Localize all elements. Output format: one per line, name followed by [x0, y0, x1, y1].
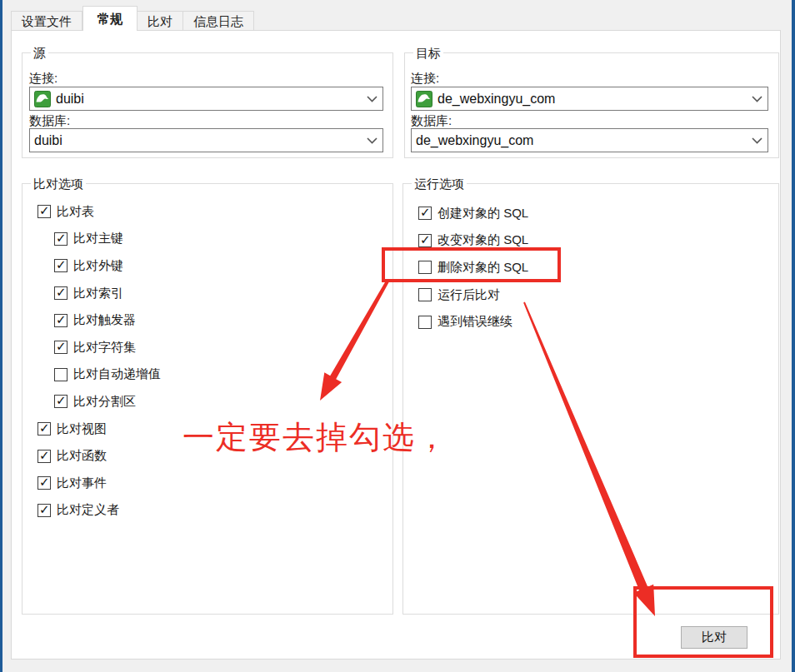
window-border-left	[0, 0, 2, 672]
checkbox-checked-icon[interactable]	[38, 205, 51, 218]
checkbox-compare-比对事件[interactable]: 比对事件	[38, 470, 161, 497]
checkbox-label: 删除对象的 SQL	[438, 260, 528, 276]
source-connection-value: duibi	[56, 92, 362, 107]
checkbox-compare-比对索引[interactable]: 比对索引	[54, 280, 161, 307]
compare-options-list: 比对表比对主键比对外键比对索引比对触发器比对字符集比对自动递增值比对分割区比对视…	[38, 198, 161, 524]
source-database-label: 数据库:	[29, 113, 70, 129]
checkbox-run-运行后比对[interactable]: 运行后比对	[418, 281, 528, 309]
checkbox-label: 创建对象的 SQL	[438, 206, 528, 222]
compare-button[interactable]: 比对	[681, 626, 748, 649]
source-database-select[interactable]: duibi	[29, 128, 383, 152]
sync-options-dialog: 设置文件常规比对信息日志 源 连接: duibi 数据库: duibi 目标 连…	[0, 0, 795, 672]
run-options-title: 运行选项	[412, 177, 467, 192]
checkbox-checked-icon[interactable]	[54, 286, 68, 300]
checkbox-run-创建对象的 SQL[interactable]: 创建对象的 SQL	[418, 200, 528, 227]
target-group-title: 目标	[413, 46, 443, 62]
checkbox-checked-icon[interactable]	[54, 232, 68, 246]
checkbox-label: 遇到错误继续	[438, 314, 512, 330]
checkbox-checked-icon[interactable]	[418, 207, 432, 220]
checkbox-checked-icon[interactable]	[54, 259, 68, 272]
compare-options-title: 比对选项	[31, 177, 86, 192]
checkbox-label: 比对索引	[73, 286, 123, 301]
source-connection-label: 连接:	[29, 71, 58, 87]
checkbox-label: 比对函数	[57, 448, 107, 464]
checkbox-checked-icon[interactable]	[54, 341, 68, 354]
checkbox-label: 比对自动递增值	[73, 366, 161, 382]
checkbox-unchecked-icon[interactable]	[54, 368, 68, 381]
mysql-icon	[416, 91, 432, 107]
checkbox-compare-比对定义者[interactable]: 比对定义者	[38, 497, 161, 525]
checkbox-compare-比对字符集[interactable]: 比对字符集	[54, 334, 161, 361]
tab-信息日志[interactable]: 信息日志	[183, 11, 254, 31]
checkbox-checked-icon[interactable]	[38, 422, 51, 436]
checkbox-compare-比对自动递增值[interactable]: 比对自动递增值	[54, 361, 161, 389]
window-border-right	[792, 0, 795, 672]
checkbox-label: 比对字符集	[73, 340, 136, 356]
chevron-down-icon	[752, 137, 762, 144]
tab-常规[interactable]: 常规	[82, 6, 138, 31]
checkbox-checked-icon[interactable]	[54, 395, 68, 408]
checkbox-compare-比对触发器[interactable]: 比对触发器	[54, 306, 161, 334]
source-connection-select[interactable]: duibi	[29, 87, 383, 111]
target-database-select[interactable]: de_webxingyu_com	[411, 128, 768, 152]
checkbox-label: 比对视图	[57, 421, 107, 437]
checkbox-label: 运行后比对	[438, 287, 500, 303]
checkbox-unchecked-icon[interactable]	[418, 261, 432, 274]
checkbox-checked-icon[interactable]	[38, 476, 51, 490]
chevron-down-icon	[367, 137, 378, 144]
checkbox-run-遇到错误继续[interactable]: 遇到错误继续	[418, 308, 528, 336]
checkbox-run-改变对象的 SQL[interactable]: 改变对象的 SQL	[418, 227, 528, 255]
tab-比对[interactable]: 比对	[138, 11, 183, 31]
checkbox-checked-icon[interactable]	[38, 504, 51, 517]
target-database-label: 数据库:	[411, 113, 452, 129]
checkbox-run-删除对象的 SQL[interactable]: 删除对象的 SQL	[418, 254, 528, 281]
checkbox-unchecked-icon[interactable]	[418, 288, 432, 301]
checkbox-checked-icon[interactable]	[418, 234, 432, 247]
checkbox-label: 比对事件	[57, 475, 107, 491]
chevron-down-icon	[367, 96, 378, 102]
checkbox-checked-icon[interactable]	[38, 450, 51, 463]
checkbox-label: 比对外键	[73, 258, 123, 274]
target-connection-value: de_webxingyu_com	[438, 92, 747, 107]
checkbox-label: 改变对象的 SQL	[438, 232, 528, 248]
checkbox-label: 比对主键	[73, 231, 123, 246]
checkbox-compare-比对外键[interactable]: 比对外键	[54, 252, 161, 280]
checkbox-label: 比对表	[57, 204, 94, 220]
checkbox-compare-比对函数[interactable]: 比对函数	[38, 442, 161, 470]
checkbox-checked-icon[interactable]	[54, 314, 68, 327]
target-database-value: de_webxingyu_com	[416, 133, 747, 148]
checkbox-unchecked-icon[interactable]	[418, 316, 432, 329]
checkbox-compare-比对视图[interactable]: 比对视图	[38, 416, 161, 443]
target-connection-select[interactable]: de_webxingyu_com	[411, 87, 768, 111]
checkbox-compare-比对分割区[interactable]: 比对分割区	[54, 388, 161, 416]
tab-设置文件[interactable]: 设置文件	[11, 11, 82, 31]
chevron-down-icon	[752, 96, 762, 102]
checkbox-compare-比对主键[interactable]: 比对主键	[54, 226, 161, 253]
run-options-list: 创建对象的 SQL改变对象的 SQL删除对象的 SQL运行后比对遇到错误继续	[418, 200, 528, 336]
checkbox-label: 比对分割区	[73, 394, 136, 410]
source-group-title: 源	[31, 46, 48, 62]
target-connection-label: 连接:	[411, 71, 439, 87]
checkbox-label: 比对定义者	[57, 502, 119, 518]
mysql-icon	[34, 91, 51, 107]
checkbox-label: 比对触发器	[73, 312, 136, 328]
checkbox-compare-比对表[interactable]: 比对表	[38, 198, 161, 226]
source-database-value: duibi	[34, 133, 362, 148]
tab-strip: 设置文件常规比对信息日志	[11, 6, 254, 31]
